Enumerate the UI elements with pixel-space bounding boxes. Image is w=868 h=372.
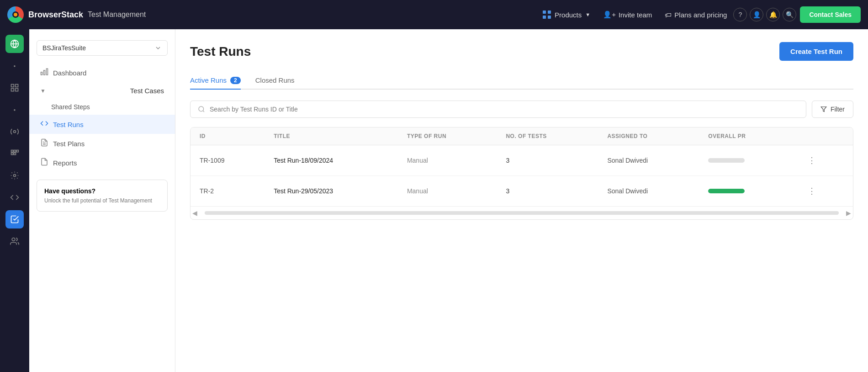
active-runs-label: Active Runs: [190, 76, 227, 84]
sidebar-icon-settings[interactable]: [5, 122, 24, 141]
table-row: TR-1009 Test Run-18/09/2024 Manual 3 Son…: [191, 145, 853, 176]
col-type: TYPE OF RUN: [398, 128, 497, 145]
sidebar-icon-globe[interactable]: [5, 35, 24, 53]
user-avatar[interactable]: 👤: [750, 8, 763, 21]
svg-rect-9: [16, 150, 18, 152]
tab-closed-runs[interactable]: Closed Runs: [255, 72, 295, 90]
help-box: Have questions? Unlock the full potentia…: [37, 180, 168, 212]
tabs-bar: Active Runs 2 Closed Runs: [190, 72, 853, 90]
person-add-icon: 👤+: [603, 11, 616, 19]
cell-title-1[interactable]: Test Run-18/09/2024: [265, 145, 398, 176]
scroll-left-arrow[interactable]: ◀: [191, 209, 199, 217]
brand-logo[interactable]: BrowserStack Test Management: [7, 6, 146, 23]
sidebar-icon-dashboard[interactable]: [5, 79, 24, 97]
filter-label: Filter: [831, 106, 845, 113]
svg-rect-4: [11, 89, 14, 91]
table-scrollbar-row: ◀ ▶: [191, 206, 853, 219]
nav-dashboard[interactable]: Dashboard: [29, 63, 175, 82]
shared-steps-label: Shared Steps: [51, 103, 90, 111]
project-selector[interactable]: BSJiraTesSuite: [37, 40, 168, 56]
nav-test-cases[interactable]: ▼ Test Cases: [29, 82, 175, 99]
chevron-down-icon: ▼: [585, 12, 590, 17]
svg-rect-11: [14, 153, 16, 154]
products-label: Products: [555, 11, 582, 19]
sidebar-icon-team[interactable]: [5, 232, 24, 250]
bar-chart-icon: [40, 68, 48, 78]
nav-shared-steps[interactable]: Shared Steps: [29, 99, 175, 115]
filter-button[interactable]: Filter: [812, 101, 853, 118]
cell-title-2[interactable]: Test Run-29/05/2023: [265, 176, 398, 207]
table-scrollbar[interactable]: [205, 211, 839, 215]
sidebar-icon-dot1[interactable]: ●: [5, 57, 24, 75]
main-layout: ● ● BSJiraTesSuite: [0, 29, 868, 372]
more-options-button-1[interactable]: ⋮: [804, 154, 820, 167]
cell-id-1: TR-1009: [191, 145, 265, 176]
create-test-run-button[interactable]: Create Test Run: [779, 42, 853, 61]
search-icon[interactable]: 🔍: [783, 8, 796, 21]
invite-label: Invite team: [619, 11, 652, 19]
svg-rect-8: [14, 150, 16, 152]
notifications-icon[interactable]: 🔔: [766, 8, 780, 21]
sidebar-icon-gear2[interactable]: [5, 166, 24, 185]
test-runs-table: ID TITLE TYPE OF RUN NO. OF TESTS ASSIGN…: [191, 128, 853, 206]
more-options-button-2[interactable]: ⋮: [804, 184, 820, 198]
search-input[interactable]: [210, 106, 799, 113]
help-icon[interactable]: ?: [733, 8, 747, 21]
cell-more-2[interactable]: ⋮: [795, 176, 853, 207]
help-box-title: Have questions?: [44, 187, 160, 195]
test-cases-label: Test Cases: [130, 87, 164, 95]
reports-label: Reports: [53, 159, 77, 167]
nav-reports[interactable]: Reports: [29, 153, 175, 172]
cell-progress-1: [699, 145, 795, 176]
dashboard-label: Dashboard: [53, 69, 86, 77]
invite-team-button[interactable]: 👤+ Invite team: [597, 7, 658, 22]
progress-bar-bg-1: [708, 158, 745, 163]
progress-bar-bg-2: [708, 189, 745, 193]
svg-point-6: [14, 131, 16, 133]
filter-icon: [820, 106, 827, 112]
cell-assigned-2: Sonal Dwivedi: [598, 176, 699, 207]
cell-more-1[interactable]: ⋮: [795, 145, 853, 176]
cell-type-2: Manual: [398, 176, 497, 207]
contact-sales-button[interactable]: Contact Sales: [800, 6, 861, 23]
sidebar-icon-dot2[interactable]: ●: [5, 101, 24, 119]
page-header: Test Runs Create Test Run: [190, 42, 853, 61]
sidebar-icon-code[interactable]: [5, 188, 24, 207]
cell-assigned-1: Sonal Dwivedi: [598, 145, 699, 176]
products-menu[interactable]: Products ▼: [536, 6, 597, 23]
svg-rect-5: [16, 89, 18, 91]
sidebar-icon-test[interactable]: [5, 210, 24, 229]
table-header-row: ID TITLE TYPE OF RUN NO. OF TESTS ASSIGN…: [191, 128, 853, 145]
nav-test-plans[interactable]: Test Plans: [29, 134, 175, 153]
svg-marker-21: [821, 107, 826, 112]
pricing-label: Plans and pricing: [674, 11, 727, 19]
svg-rect-2: [11, 85, 14, 87]
tab-active-runs[interactable]: Active Runs 2: [190, 72, 241, 90]
svg-point-19: [199, 106, 204, 112]
col-actions: [795, 128, 853, 145]
cell-progress-2: [699, 176, 795, 207]
svg-rect-7: [11, 150, 13, 152]
svg-line-20: [203, 111, 204, 112]
sidebar-icon-apps[interactable]: [5, 144, 24, 163]
report-icon: [40, 158, 48, 168]
cell-type-1: Manual: [398, 145, 497, 176]
scroll-right-arrow[interactable]: ▶: [844, 209, 853, 217]
chevron-down-icon: ▼: [40, 88, 46, 94]
search-box[interactable]: [190, 101, 806, 118]
table-row: TR-2 Test Run-29/05/2023 Manual 3 Sonal …: [191, 176, 853, 207]
plans-pricing-link[interactable]: 🏷 Plans and pricing: [658, 7, 733, 22]
test-plans-label: Test Plans: [53, 140, 85, 148]
col-title: TITLE: [265, 128, 398, 145]
nav-test-runs[interactable]: Test Runs: [29, 115, 175, 134]
logo-icon: [7, 6, 24, 23]
cell-tests-2: 3: [497, 176, 598, 207]
test-runs-label: Test Runs: [53, 121, 84, 128]
progress-bar-fill-2: [708, 189, 745, 193]
svg-point-12: [14, 175, 16, 177]
col-assigned: ASSIGNED TO: [598, 128, 699, 145]
code-brackets-icon: [40, 119, 48, 129]
main-content: Test Runs Create Test Run Active Runs 2 …: [175, 29, 868, 372]
doc-icon: [40, 138, 48, 149]
test-runs-table-container: ID TITLE TYPE OF RUN NO. OF TESTS ASSIGN…: [190, 127, 853, 220]
